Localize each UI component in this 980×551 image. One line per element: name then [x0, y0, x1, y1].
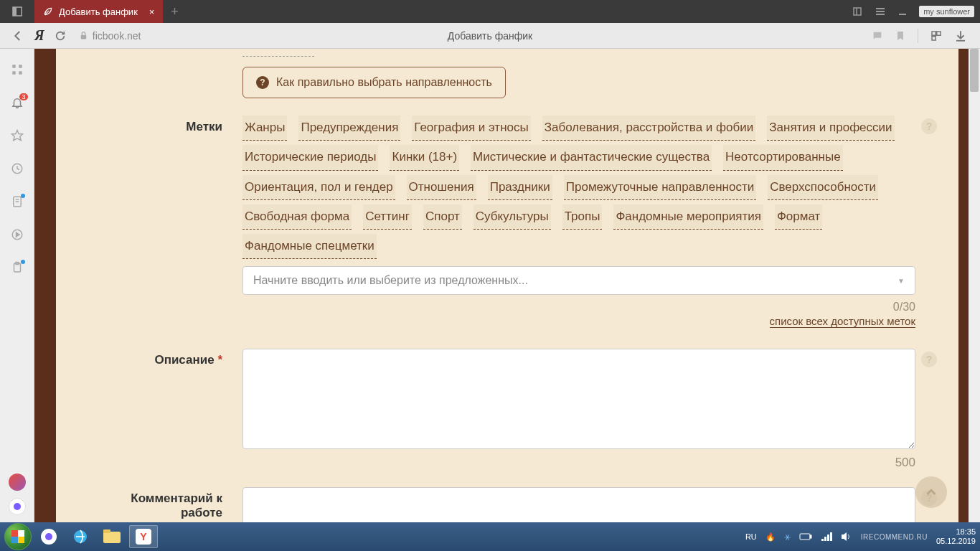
yandex-logo-icon[interactable]: Я — [34, 27, 44, 44]
svg-rect-18 — [19, 71, 22, 75]
taskbar-yandex-icon[interactable] — [34, 525, 63, 548]
taskbar-clock[interactable]: 18:35 05.12.2019 — [936, 527, 976, 546]
minimize-icon[interactable] — [897, 6, 908, 17]
tag-category-link[interactable]: Отношения — [407, 175, 476, 200]
taskbar-tray-volume-icon[interactable] — [841, 532, 852, 542]
tag-category-link[interactable]: Неотсортированные — [723, 145, 843, 170]
description-counter: 500 — [242, 456, 915, 470]
sidebar-alice-icon[interactable] — [9, 498, 26, 515]
svg-rect-15 — [12, 65, 16, 68]
tag-category-link[interactable]: Кинки (18+) — [390, 145, 459, 170]
tag-category-link[interactable]: Занятия и профессии — [767, 116, 894, 141]
page-title-center: Добавить фанфик — [448, 30, 532, 42]
tag-category-link[interactable]: Ориентация, пол и гендер — [242, 175, 395, 200]
svg-rect-30 — [103, 529, 110, 533]
svg-rect-5 — [876, 8, 885, 9]
taskbar-tray-fire-icon[interactable]: 🔥 — [765, 532, 776, 542]
watermark: IRECOMMEND.RU — [861, 533, 928, 541]
tags-select-placeholder: Начните вводить или выберите из предложе… — [253, 274, 528, 287]
url-field[interactable]: ficbook.net — [79, 30, 141, 42]
collections-icon[interactable] — [852, 6, 863, 17]
taskbar-explorer-icon[interactable] — [98, 525, 126, 548]
scrollbar-track[interactable] — [969, 49, 980, 522]
svg-rect-29 — [103, 532, 121, 543]
help-icon[interactable]: ? — [921, 118, 937, 134]
lock-icon — [79, 31, 88, 40]
taskbar-lang[interactable]: RU — [745, 532, 757, 541]
svg-rect-10 — [932, 32, 936, 35]
extensions-icon[interactable] — [930, 29, 943, 42]
tag-category-link[interactable]: Предупреждения — [298, 116, 400, 141]
browser-tab-active[interactable]: Добавить фанфик × — [34, 0, 163, 23]
user-badge[interactable]: my sunflower — [919, 6, 974, 17]
notification-badge: 3 — [19, 93, 27, 100]
app-icon[interactable] — [0, 0, 34, 23]
svg-rect-17 — [12, 71, 16, 75]
tag-category-link[interactable]: Формат — [775, 204, 822, 230]
back-button[interactable] — [11, 29, 24, 42]
sidebar-clipboard-icon[interactable] — [11, 261, 24, 274]
tag-category-link[interactable]: Фандомные мероприятия — [613, 204, 763, 230]
sidebar-notes-icon[interactable] — [11, 195, 24, 208]
tag-category-link[interactable]: Сеттинг — [363, 204, 412, 230]
label-comment: Комментарий к работе — [99, 487, 242, 522]
svg-rect-9 — [80, 35, 86, 39]
tag-category-link[interactable]: Жанры — [242, 116, 287, 141]
svg-rect-36 — [830, 532, 832, 541]
tag-category-link[interactable]: Фандомные спецметки — [242, 234, 377, 259]
comment-textarea[interactable] — [242, 487, 915, 522]
svg-rect-11 — [937, 32, 941, 35]
svg-rect-16 — [19, 65, 22, 68]
tags-counter: 0/30 — [242, 301, 915, 314]
sidebar-history-icon[interactable] — [11, 162, 24, 175]
tag-category-link[interactable]: География и этносы — [412, 116, 530, 141]
tag-category-link[interactable]: Сверхспособности — [768, 175, 878, 200]
tag-category-link[interactable]: Свободная форма — [242, 204, 352, 230]
tag-category-link[interactable]: Спорт — [423, 204, 462, 230]
tag-category-link[interactable]: Мистические и фантастические существа — [471, 145, 712, 170]
tab-close-icon[interactable]: × — [149, 6, 155, 17]
feedback-icon[interactable] — [872, 30, 883, 42]
direction-hint-box[interactable]: ? Как правильно выбрать направленность — [242, 67, 506, 98]
hint-text: Как правильно выбрать направленность — [276, 76, 492, 89]
taskbar-ie-icon[interactable] — [66, 525, 95, 548]
new-tab-button[interactable]: + — [163, 0, 186, 23]
tab-title: Добавить фанфик — [59, 6, 138, 17]
bookmark-icon[interactable] — [895, 30, 906, 42]
downloads-icon[interactable] — [954, 29, 967, 42]
scrollbar-thumb[interactable] — [970, 49, 979, 92]
all-tags-link[interactable]: список всех доступных меток — [770, 315, 915, 328]
tag-category-cloud: ЖанрыПредупрежденияГеография и этносыЗаб… — [242, 116, 915, 259]
address-bar: Я ficbook.net Добавить фанфик — [0, 23, 980, 49]
reload-button[interactable] — [55, 30, 66, 42]
sidebar-media-icon[interactable] — [11, 228, 24, 241]
svg-rect-32 — [810, 535, 811, 538]
menu-icon[interactable] — [875, 6, 886, 17]
taskbar-tray-bluetooth-icon[interactable]: ⚹ — [784, 532, 791, 542]
help-icon[interactable]: ? — [921, 352, 937, 367]
sidebar-bookmarks-icon[interactable] — [11, 129, 24, 142]
tag-category-link[interactable]: Промежуточные направленности — [564, 175, 756, 200]
taskbar-tray-battery-icon[interactable] — [799, 532, 812, 541]
taskbar-browser-active[interactable]: Y — [129, 525, 158, 548]
start-button[interactable] — [4, 523, 32, 550]
svg-rect-6 — [876, 11, 885, 12]
tag-category-link[interactable]: Исторические периоды — [242, 145, 378, 170]
tag-category-link[interactable]: Субкультуры — [473, 204, 551, 230]
tag-category-link[interactable]: Праздники — [488, 175, 552, 200]
tags-select[interactable]: Начните вводить или выберите из предложе… — [242, 266, 915, 295]
svg-rect-35 — [827, 534, 829, 541]
windows-taskbar: Y RU 🔥 ⚹ IRECOMMEND.RU 18:35 05.12.2019 — [0, 522, 980, 551]
svg-rect-33 — [821, 539, 824, 541]
tag-category-link[interactable]: Заболевания, расстройства и фобии — [542, 116, 756, 141]
svg-rect-7 — [876, 14, 885, 15]
svg-rect-31 — [800, 534, 810, 540]
chevron-down-icon: ▼ — [897, 277, 905, 285]
sidebar-services-icon[interactable] — [11, 63, 24, 76]
tag-category-link[interactable]: Тропы — [562, 204, 603, 230]
taskbar-tray-network-icon[interactable] — [821, 532, 832, 542]
sidebar-app1-icon[interactable] — [9, 474, 26, 491]
description-textarea[interactable] — [242, 349, 915, 449]
sidebar-notifications-icon[interactable]: 3 — [11, 96, 24, 109]
scroll-top-button[interactable] — [915, 476, 947, 508]
